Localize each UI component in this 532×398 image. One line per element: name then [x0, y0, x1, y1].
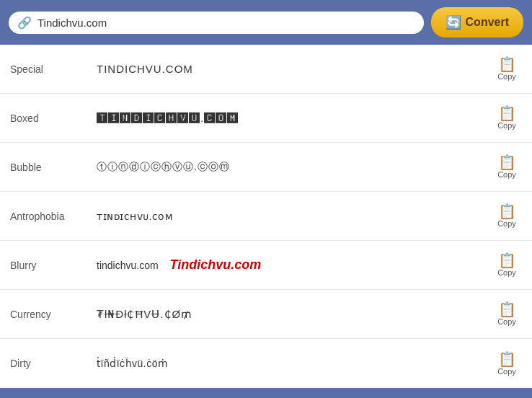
text-blurry-normal: tindichvu.com: [97, 260, 159, 271]
label-blurry: Blurry: [10, 260, 97, 271]
search-input[interactable]: [37, 17, 415, 29]
convert-label: Convert: [466, 16, 509, 29]
row-special: Special TINDICHVU.COM 📋 Copy: [0, 45, 532, 94]
label-antrophobia: Antrophobia: [10, 211, 97, 222]
copy-button-currency[interactable]: 📋 Copy: [492, 299, 522, 329]
content-blurry: tindichvu.com Tindichvu.com: [97, 257, 492, 273]
refresh-icon: 🔄: [445, 14, 461, 30]
copy-icon-currency: 📋: [498, 302, 516, 317]
content-boxed: 🆃🅸🅽🅳🅸🅲🅷🆅🆄.🅲🅾🅼: [97, 112, 492, 124]
copy-label-antrophobia: Copy: [497, 219, 516, 228]
copy-icon-special: 📋: [498, 57, 516, 71]
row-blurry: Blurry tindichvu.com Tindichvu.com 📋 Cop…: [0, 241, 532, 290]
text-dirty: ṫïñḋïċḧvü.ċöṁ: [97, 358, 169, 369]
row-currency: Currency ₮ł₦Đł₵ĦVɄ.₵Ø₥ 📋 Copy: [0, 290, 532, 339]
row-boxed: Boxed 🆃🅸🅽🅳🅸🅲🅷🆅🆄.🅲🅾🅼 📋 Copy: [0, 94, 532, 143]
label-currency: Currency: [10, 309, 97, 320]
copy-label-dirty: Copy: [497, 367, 516, 376]
copy-icon-dirty: 📋: [498, 352, 516, 366]
content-dirty: ṫïñḋïċḧvü.ċöṁ: [97, 358, 492, 369]
copy-label-bubble: Copy: [497, 170, 516, 179]
copy-icon-boxed: 📋: [498, 106, 516, 120]
label-boxed: Boxed: [10, 112, 97, 124]
row-antrophobia: Antrophobia ᴛɪɴᴅɪᴄʜᴠᴜ.ᴄᴏᴍ 📋 Copy: [0, 192, 532, 241]
content-currency: ₮ł₦Đł₵ĦVɄ.₵Ø₥: [97, 308, 492, 321]
content-area: Special TINDICHVU.COM 📋 Copy Boxed 🆃🅸🅽🅳🅸…: [0, 45, 532, 388]
copy-button-bubble[interactable]: 📋 Copy: [492, 152, 522, 182]
content-antrophobia: ᴛɪɴᴅɪᴄʜᴠᴜ.ᴄᴏᴍ: [97, 211, 492, 222]
copy-button-dirty[interactable]: 📋 Copy: [492, 349, 522, 379]
copy-button-special[interactable]: 📋 Copy: [492, 54, 522, 84]
text-special: TINDICHVU.COM: [97, 63, 193, 75]
copy-button-blurry[interactable]: 📋 Copy: [492, 250, 522, 280]
label-bubble: Bubble: [10, 162, 97, 173]
copy-label-special: Copy: [497, 72, 516, 81]
label-special: Special: [10, 63, 97, 75]
text-bubble: ⓣⓘⓝⓓⓘⓒⓗⓥⓤ.ⓒⓞⓜ: [97, 161, 230, 174]
content-bubble: ⓣⓘⓝⓓⓘⓒⓗⓥⓤ.ⓒⓞⓜ: [97, 161, 492, 174]
search-wrapper: 🔗: [9, 12, 424, 34]
link-icon: 🔗: [17, 16, 32, 30]
convert-button[interactable]: 🔄 Convert: [431, 7, 523, 37]
text-antrophobia: ᴛɪɴᴅɪᴄʜᴠᴜ.ᴄᴏᴍ: [97, 211, 173, 222]
row-dirty: Dirty ṫïñḋïċḧvü.ċöṁ 📋 Copy: [0, 339, 532, 388]
copy-icon-blurry: 📋: [498, 253, 516, 267]
text-boxed: 🆃🅸🅽🅳🅸🅲🅷🆅🆄.🅲🅾🅼: [97, 112, 239, 124]
copy-label-boxed: Copy: [497, 121, 516, 130]
copy-label-blurry: Copy: [497, 268, 516, 277]
copy-label-currency: Copy: [497, 317, 516, 326]
copy-button-boxed[interactable]: 📋 Copy: [492, 103, 522, 133]
text-currency: ₮ł₦Đł₵ĦVɄ.₵Ø₥: [97, 308, 192, 321]
row-bubble: Bubble ⓣⓘⓝⓓⓘⓒⓗⓥⓤ.ⓒⓞⓜ 📋 Copy: [0, 143, 532, 192]
header: 🔗 🔄 Convert: [0, 0, 532, 45]
text-blurry-fancy: Tindichvu.com: [170, 257, 262, 273]
copy-icon-bubble: 📋: [498, 155, 516, 169]
content-special: TINDICHVU.COM: [97, 63, 492, 75]
label-dirty: Dirty: [10, 358, 97, 369]
copy-icon-antrophobia: 📋: [498, 204, 516, 218]
copy-button-antrophobia[interactable]: 📋 Copy: [492, 201, 522, 231]
